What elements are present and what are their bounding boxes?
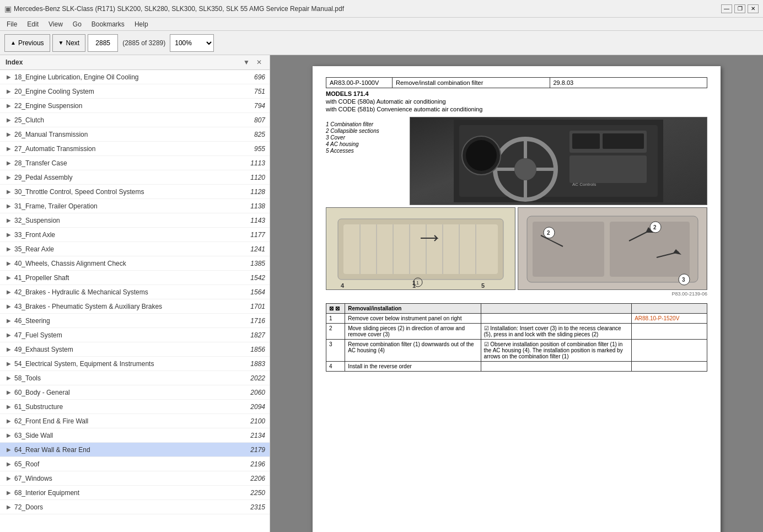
menu-go[interactable]: Go	[68, 19, 86, 29]
sidebar-item-left: ▶ 46_Steering	[7, 317, 50, 325]
minimize-button[interactable]: —	[721, 4, 732, 13]
menu-help[interactable]: Help	[130, 19, 153, 29]
list-item[interactable]: ▶ 22_Engine Suspension 794	[0, 99, 270, 113]
list-item[interactable]: ▶ 31_Frame, Trailer Operation 1138	[0, 199, 270, 213]
install-svg: 2 2 3	[518, 208, 707, 290]
sidebar-item-page: 2315	[250, 503, 265, 511]
table-cell-installation: ☑ Observe installation position of combi…	[481, 340, 632, 362]
menu-bookmarks[interactable]: Bookmarks	[87, 19, 129, 29]
table-cell-removal: Remove combination filter (1) downwards …	[345, 340, 481, 362]
list-item[interactable]: ▶ 30_Throttle Control, Speed Control Sys…	[0, 185, 270, 199]
list-item[interactable]: ▶ 27_Automatic Transmission 955	[0, 142, 270, 156]
list-item[interactable]: ▶ 64_Rear Wall & Rear End 2179	[0, 443, 270, 457]
list-item[interactable]: ▶ 25_Clutch 807	[0, 113, 270, 127]
list-item[interactable]: ▶ 28_Transfer Case 1113	[0, 156, 270, 170]
pdf-header: AR83.00-P-1000V Remove/install combinati…	[326, 77, 707, 88]
list-item[interactable]: ▶ 41_Propeller Shaft 1542	[0, 271, 270, 285]
list-item[interactable]: ▶ 54_Electrical System, Equipment & Inst…	[0, 357, 270, 371]
next-button[interactable]: ▼ Next	[52, 34, 86, 52]
sidebar-item-label: 42_Brakes - Hydraulic & Mechanical Syste…	[14, 288, 148, 296]
list-item[interactable]: ▶ 62_Front End & Fire Wall 2100	[0, 414, 270, 428]
list-item[interactable]: ▶ 61_Substructure 2094	[0, 400, 270, 414]
sidebar-item-label: 61_Substructure	[14, 403, 63, 411]
sidebar-arrow-icon: ▶	[7, 160, 11, 166]
list-item[interactable]: ▶ 20_Engine Cooling System 751	[0, 84, 270, 99]
sidebar-item-left: ▶ 27_Automatic Transmission	[7, 145, 95, 153]
sidebar-arrow-icon: ▶	[7, 189, 11, 195]
sidebar-dropdown-icon[interactable]: ▼	[241, 58, 252, 66]
previous-button[interactable]: ▲ Previous	[4, 34, 50, 52]
list-item[interactable]: ▶ 29_Pedal Assembly 1120	[0, 170, 270, 185]
menu-edit[interactable]: Edit	[23, 19, 43, 29]
zoom-select[interactable]: 50% 75% 100% 125% 150% 200%	[170, 34, 214, 52]
sidebar-arrow-icon: ▶	[7, 475, 11, 481]
table-cell-link	[632, 340, 707, 362]
pdf-viewer[interactable]: AR83.00-P-1000V Remove/install combinati…	[270, 55, 763, 532]
sidebar-item-page: 1241	[250, 245, 265, 253]
list-item[interactable]: ▶ 42_Brakes - Hydraulic & Mechanical Sys…	[0, 285, 270, 299]
list-item[interactable]: ▶ 65_Roof 2196	[0, 457, 270, 471]
list-item[interactable]: ▶ 43_Brakes - Pheumatic System & Auxilia…	[0, 299, 270, 314]
pdf-link[interactable]: AR88.10-P-1520V	[635, 315, 679, 321]
sidebar-controls: ▼ ✕	[241, 58, 264, 66]
sidebar-item-label: 72_Doors	[14, 503, 43, 511]
sidebar-arrow-icon: ▶	[7, 375, 11, 381]
sidebar-item-left: ▶ 72_Doors	[7, 503, 43, 511]
svg-text:AC Controls: AC Controls	[572, 182, 596, 187]
table-cell-removal: Move sliding pieces (2) in direction of …	[345, 324, 481, 340]
pdf-bottom-images: 4 1 1 1 5	[326, 207, 707, 290]
sidebar-arrow-icon: ▶	[7, 332, 11, 338]
table-cell-link	[632, 362, 707, 372]
list-item[interactable]: ▶ 47_Fuel System 1827	[0, 328, 270, 342]
list-item[interactable]: ▶ 72_Doors 2315	[0, 500, 270, 514]
list-item[interactable]: ▶ 40_Wheels, Chassis Alignment Check 138…	[0, 256, 270, 271]
sidebar-item-page: 2206	[250, 475, 265, 482]
sidebar-arrow-icon: ▶	[7, 103, 11, 109]
sidebar-item-page: 2022	[250, 374, 265, 382]
table-cell-link: AR88.10-P-1520V	[632, 314, 707, 324]
list-item[interactable]: ▶ 60_Body - General 2060	[0, 385, 270, 400]
window-controls: — ❐ ✕	[721, 4, 759, 13]
sidebar-item-page: 1564	[250, 288, 265, 296]
menu-file[interactable]: File	[2, 19, 22, 29]
sidebar-item-left: ▶ 67_Windows	[7, 475, 52, 482]
close-button[interactable]: ✕	[748, 4, 759, 13]
sidebar-item-label: 28_Transfer Case	[14, 159, 67, 167]
list-item[interactable]: ▶ 32_Suspension 1143	[0, 213, 270, 228]
sidebar-item-label: 46_Steering	[14, 317, 50, 325]
sidebar-arrow-icon: ▶	[7, 88, 11, 94]
page-count-label: (2885 of 3289)	[122, 39, 165, 47]
table-header-link	[632, 304, 707, 314]
sidebar-arrow-icon: ▶	[7, 217, 11, 223]
sidebar-item-left: ▶ 33_Front Axle	[7, 231, 55, 239]
list-item[interactable]: ▶ 46_Steering 1716	[0, 314, 270, 328]
legend-1: 1 Combination filter	[326, 121, 403, 127]
sidebar-list[interactable]: ▶ 18_Engine Lubrication, Engine Oil Cool…	[0, 70, 270, 532]
page-number-input[interactable]	[88, 34, 118, 52]
table-cell-num: 4	[326, 362, 345, 372]
restore-button[interactable]: ❐	[734, 4, 745, 13]
next-arrow-icon: ▼	[58, 40, 64, 46]
filter-image: 4 1 1 1 5	[326, 207, 515, 290]
list-item[interactable]: ▶ 35_Rear Axle 1241	[0, 242, 270, 256]
sidebar-item-left: ▶ 30_Throttle Control, Speed Control Sys…	[7, 188, 144, 196]
svg-text:4: 4	[341, 282, 345, 289]
list-item[interactable]: ▶ 67_Windows 2206	[0, 471, 270, 486]
list-item[interactable]: ▶ 58_Tools 2022	[0, 371, 270, 385]
list-item[interactable]: ▶ 26_Manual Transmission 825	[0, 127, 270, 142]
sidebar-arrow-icon: ▶	[7, 361, 11, 367]
table-header-removal: Removal/installation	[345, 304, 481, 314]
list-item[interactable]: ▶ 33_Front Axle 1177	[0, 228, 270, 242]
sidebar-item-page: 1143	[250, 217, 265, 224]
list-item[interactable]: ▶ 49_Exhaust System 1856	[0, 342, 270, 357]
menu-view[interactable]: View	[44, 19, 67, 29]
pdf-date: 29.8.03	[550, 78, 707, 88]
list-item[interactable]: ▶ 18_Engine Lubrication, Engine Oil Cool…	[0, 70, 270, 84]
sidebar-close-icon[interactable]: ✕	[254, 58, 264, 66]
filter-svg: 4 1 1 1 5	[326, 208, 515, 290]
sidebar-item-page: 1113	[250, 159, 265, 167]
list-item[interactable]: ▶ 68_Interior Equipment 2250	[0, 486, 270, 500]
list-item[interactable]: ▶ 63_Side Wall 2134	[0, 428, 270, 443]
table-cell-removal: Remove cover below instrument panel on r…	[345, 314, 481, 324]
sidebar-item-left: ▶ 18_Engine Lubrication, Engine Oil Cool…	[7, 73, 139, 81]
